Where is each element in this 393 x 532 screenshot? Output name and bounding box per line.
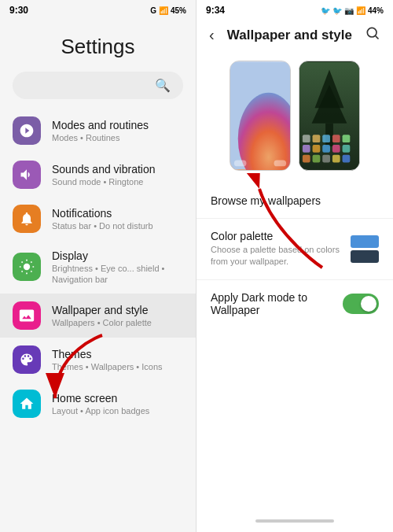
home-wallpaper [299,61,359,170]
search-bar[interactable]: 🔍 [13,72,183,99]
left-time: 9:30 [9,5,28,16]
dark-mode-section[interactable]: Apply Dark mode to Wallpaper [196,280,393,327]
battery-left: 45% [171,6,186,15]
dark-mode-text: Apply Dark mode to Wallpaper [211,291,343,316]
camera-icon: 📷 [344,6,354,15]
svg-rect-17 [313,145,321,153]
twitter-icon: 🐦 [321,6,330,15]
home-indicator [255,519,334,523]
settings-item-homescreen[interactable]: Home screen Layout • App icon badges [0,382,196,426]
right-status-icons: 🐦 🐦 📷 📶 44% [321,6,384,15]
sounds-title: Sounds and vibration [52,162,183,176]
modes-title: Modes and routines [52,118,183,132]
svg-point-2 [367,28,376,37]
display-icon [13,253,41,281]
settings-item-sounds[interactable]: Sounds and vibration Sound mode • Ringto… [0,153,196,197]
palette-title: Color palette [211,230,343,242]
signal-bars: 📶 [159,6,168,15]
svg-rect-12 [313,135,321,142]
settings-item-modes[interactable]: Modes and routines Modes • Routines [0,109,196,153]
themes-icon [13,345,41,374]
svg-rect-19 [332,145,340,153]
svg-rect-15 [343,135,351,142]
search-icon: 🔍 [155,78,171,93]
modes-text: Modes and routines Modes • Routines [52,118,183,143]
svg-rect-5 [234,161,247,167]
notifications-title: Notifications [52,206,183,220]
signal-right: 📶 [356,6,365,15]
toggle-knob [361,296,376,312]
status-bar-right: 9:34 🐦 🐦 📷 📶 44% [196,0,393,19]
notifications-icon [13,205,41,233]
svg-rect-14 [332,135,340,142]
palette-preview [351,235,379,263]
settings-item-wallpaper[interactable]: Wallpaper and style Wallpapers • Color p… [0,294,196,338]
display-subtitle: Brightness • Eye co... shield • Navigati… [52,263,183,286]
palette-color-1 [351,235,379,248]
sounds-subtitle: Sound mode • Ringtone [52,176,183,187]
notifications-subtitle: Status bar • Do not disturb [52,220,183,231]
right-panel: 9:34 🐦 🐦 📷 📶 44% ‹ Wallpaper and style 9… [196,0,393,532]
homescreen-preview[interactable]: 7:44 [299,61,360,171]
browse-title: Browse my wallpapers [211,194,379,207]
color-palette-section[interactable]: Color palette Choose a palette based on … [196,219,393,280]
page-title: Wallpaper and style [227,28,352,43]
svg-rect-25 [343,155,351,163]
display-text: Display Brightness • Eye co... shield • … [52,249,183,286]
wallpaper-title: Wallpaper and style [52,303,183,317]
homescreen-title: Home screen [52,391,183,405]
svg-rect-20 [343,145,351,153]
svg-rect-21 [303,155,310,163]
homescreen-subtitle: Layout • App icon badges [52,405,183,416]
lock-wallpaper [230,61,290,170]
wallpaper-text: Wallpaper and style Wallpapers • Color p… [52,303,183,328]
palette-subtitle: Choose a palette based on colors from yo… [211,244,343,268]
lockscreen-preview[interactable]: 9:34 Fri, December 20 [230,61,291,171]
wallpaper-preview: 9:34 Fri, December 20 [196,54,393,183]
themes-text: Themes Themes • Wallpapers • Icons [52,347,183,372]
back-button[interactable]: ‹ [209,26,215,44]
display-title: Display [52,249,183,263]
notifications-text: Notifications Status bar • Do not distur… [52,206,183,231]
browse-wallpapers-section[interactable]: Browse my wallpapers [196,183,393,219]
palette-color-2 [351,250,379,263]
svg-rect-6 [274,161,287,167]
themes-subtitle: Themes • Wallpapers • Icons [52,361,183,372]
settings-item-notifications[interactable]: Notifications Status bar • Do not distur… [0,197,196,241]
svg-rect-18 [322,145,330,153]
twitter-icon2: 🐦 [332,6,342,15]
svg-rect-23 [322,155,330,163]
svg-rect-11 [303,135,310,142]
modes-icon [13,116,41,145]
settings-item-display[interactable]: Display Brightness • Eye co... shield • … [0,241,196,294]
palette-text: Color palette Choose a palette based on … [211,230,351,268]
dark-mode-toggle[interactable] [343,294,379,314]
homescreen-text: Home screen Layout • App icon badges [52,391,183,416]
left-panel: 9:30 G 📶 45% Settings 🔍 Modes and routin… [0,0,196,532]
svg-point-0 [24,264,30,270]
settings-item-themes[interactable]: Themes Themes • Wallpapers • Icons [0,338,196,382]
network-icon: G [150,6,156,15]
svg-rect-24 [332,155,340,163]
dark-mode-title: Apply Dark mode to Wallpaper [211,291,335,316]
search-button[interactable] [365,25,380,45]
sounds-text: Sounds and vibration Sound mode • Ringto… [52,162,183,187]
themes-title: Themes [52,347,183,361]
svg-rect-13 [322,135,330,142]
page-header: ‹ Wallpaper and style [196,19,393,54]
svg-rect-16 [303,145,310,153]
left-status-icons: G 📶 45% [150,6,186,15]
settings-title: Settings [0,19,196,72]
battery-right: 44% [368,6,384,15]
wallpaper-icon [13,301,41,330]
status-bar-left: 9:30 G 📶 45% [0,0,196,19]
homescreen-icon [13,390,41,418]
wallpaper-subtitle: Wallpapers • Color palette [52,317,183,328]
modes-subtitle: Modes • Routines [52,132,183,143]
svg-rect-22 [313,155,321,163]
sounds-icon [13,161,41,189]
right-time: 9:34 [206,5,225,16]
settings-list: Modes and routines Modes • Routines Soun… [0,109,196,532]
